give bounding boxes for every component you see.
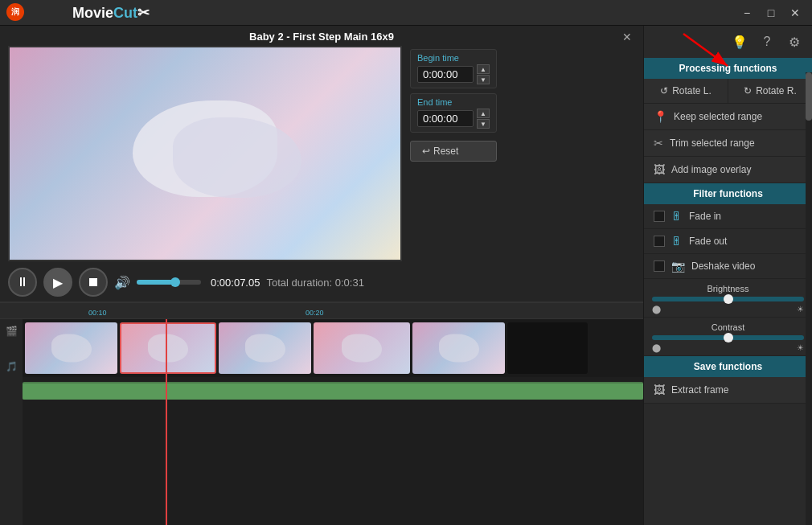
brightness-section: Brightness ⬤ ☀ [644,279,812,318]
brightness-high-icon: ☀ [797,305,804,314]
video-player[interactable] [8,46,402,261]
trim-range-button[interactable]: ✂ Trim selected range [644,130,812,157]
begin-time-up[interactable]: ▲ [477,64,490,74]
close-video-button[interactable]: ✕ [619,29,635,45]
begin-time-spinners[interactable]: ▲ ▼ [477,64,490,84]
end-time-group: End time 0:00:00 ▲ ▼ [410,93,497,133]
reset-button[interactable]: ↩ Reset [410,141,497,162]
clip-5-thumb [439,334,479,363]
help-button[interactable]: ? [756,31,778,53]
shoe-decoration-2 [173,117,301,198]
clip-2-thumb [148,334,188,363]
extract-frame-icon: 🖼 [654,383,665,396]
trim-range-label: Trim selected range [670,137,755,149]
clip-1[interactable] [25,322,117,374]
close-button[interactable]: ✕ [785,5,806,21]
audio-track-row [23,377,643,401]
rotate-right-button[interactable]: ↻ Rotate R. [728,79,812,103]
titlebar-controls[interactable]: − □ ✕ [736,5,806,21]
clip-dark[interactable] [507,322,588,374]
brightness-knob[interactable] [724,294,733,304]
end-time-spinners[interactable]: ▲ ▼ [477,109,490,129]
clip-4-thumb [342,334,382,363]
extract-frame-button[interactable]: 🖼 Extract frame [644,377,812,404]
scrollbar-thumb[interactable] [806,72,812,121]
fade-in-checkbox[interactable] [654,211,665,222]
play-button[interactable]: ▶ [43,268,72,297]
app-name: MovieCut✂ [72,4,150,22]
fade-in-icon: 🎚 [671,210,683,223]
video-title: Baby 2 - First Step Main 16x9 [249,31,394,43]
processing-header: Processing functions [644,58,812,79]
audio-track-icon: 🎵 [6,361,18,372]
video-thumbnail [10,47,400,260]
video-track[interactable] [23,319,643,377]
content-area: Baby 2 - First Step Main 16x9 ✕ Begin ti… [0,26,643,525]
bulb-button[interactable]: 💡 [728,31,751,53]
contrast-slider[interactable] [652,335,804,340]
add-image-label: Add image overlay [671,164,751,175]
track-icons: 🎬 🎵 [0,319,23,525]
clip-5[interactable] [412,322,505,374]
minimize-button[interactable]: − [736,5,757,21]
end-time-up[interactable]: ▲ [477,109,490,118]
end-time-row: 0:00:00 ▲ ▼ [417,109,490,129]
ruler-mark-20: 00:20 [306,309,324,317]
reset-icon: ↩ [422,146,430,157]
fade-out-icon: 🎚 [671,235,683,248]
brightness-title: Brightness [652,284,804,293]
add-image-button[interactable]: 🖼 Add image overlay [644,157,812,183]
video-and-controls: Begin time 0:00:00 ▲ ▼ End time 0:00 [8,46,635,261]
video-title-bar: Baby 2 - First Step Main 16x9 ✕ [8,26,635,46]
track-content [23,319,643,525]
volume-knob[interactable] [170,277,180,287]
clip-2[interactable] [120,322,216,374]
clip-1-thumb [51,334,92,363]
keep-range-button[interactable]: 📍 Keep selected range [644,104,812,130]
total-duration-display: Total duration: 0:0:31 [266,277,363,289]
begin-time-group: Begin time 0:00:00 ▲ ▼ [410,49,497,88]
begin-time-down[interactable]: ▼ [477,75,490,84]
deshake-icon: 📷 [671,260,685,273]
contrast-knob[interactable] [724,333,733,342]
title-bar: 润 MovieCut✂ − □ ✕ [0,0,812,26]
main-container: Baby 2 - First Step Main 16x9 ✕ Begin ti… [0,26,812,525]
contrast-ends: ⬤ ☀ [652,343,804,352]
settings-button[interactable]: ⚙ [783,31,806,53]
fade-out-label: Fade out [689,236,727,247]
rotate-left-icon: ↺ [660,85,668,96]
deshake-checkbox[interactable] [654,260,665,272]
begin-time-row: 0:00:00 ▲ ▼ [417,64,490,84]
timeline-tracks: 🎬 🎵 [0,319,643,525]
trim-range-icon: ✂ [654,137,663,150]
begin-time-label: Begin time [417,53,490,63]
audio-track[interactable] [23,382,643,400]
fade-out-checkbox[interactable] [654,236,665,247]
logo-circle: 润 [6,3,24,21]
brightness-slider[interactable] [652,297,804,301]
timeline-section[interactable]: 00:10 00:20 🎬 🎵 [0,301,643,525]
pause-button[interactable]: ⏸ [8,268,37,297]
volume-slider[interactable] [137,280,201,285]
begin-time-value[interactable]: 0:00:00 [417,66,474,83]
playhead[interactable] [166,319,167,525]
stop-button[interactable]: ⏹ [79,268,108,297]
add-image-icon: 🖼 [654,163,665,176]
rotate-buttons: ↺ Rotate L. ↻ Rotate R. [644,79,812,104]
audio-track-fill [23,383,643,400]
volume-fill [137,280,175,285]
extract-frame-label: Extract frame [671,384,728,396]
current-time-display: 0:00:07.05 [211,277,260,289]
clip-3[interactable] [219,322,311,374]
ruler-mark-10: 00:10 [88,309,107,317]
maximize-button[interactable]: □ [761,5,781,21]
rotate-left-button[interactable]: ↺ Rotate L. [644,79,728,103]
end-time-value[interactable]: 0:00:00 [417,110,474,127]
scrollbar[interactable] [806,72,812,525]
timeline-ruler: 00:10 00:20 [0,303,643,319]
total-duration-value: 0:0:31 [335,277,364,289]
video-section: Baby 2 - First Step Main 16x9 ✕ Begin ti… [0,26,643,261]
clip-4[interactable] [314,322,410,374]
contrast-title: Contrast [652,322,804,332]
end-time-down[interactable]: ▼ [477,119,490,129]
